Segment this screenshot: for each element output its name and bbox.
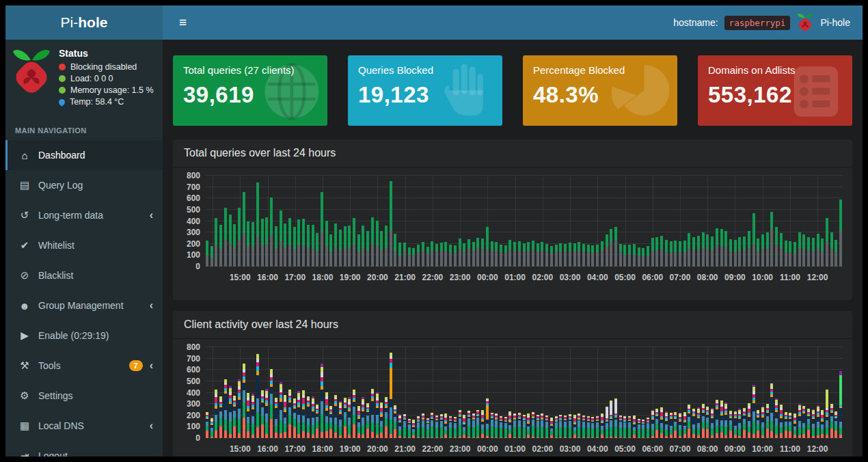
stacked-bar [385, 226, 388, 267]
stacked-bar [504, 417, 507, 438]
stacked-bar [344, 226, 347, 267]
stacked-bar [366, 231, 369, 267]
stacked-bar [329, 406, 332, 438]
stacked-bar [348, 226, 351, 267]
chevron-left-icon: ‹ [150, 420, 153, 432]
sidebar-item-dashboard[interactable]: ⌂Dashboard [5, 140, 163, 170]
gridline [206, 175, 843, 176]
stacked-bar [500, 416, 502, 438]
stacked-bar [444, 413, 447, 438]
stacked-bar [297, 391, 300, 438]
stacked-bar [798, 404, 801, 438]
sidebar-item-whitelist[interactable]: ✔Whitelist [5, 230, 163, 260]
x-tick-label: 02:00 [532, 444, 553, 454]
chevron-left-icon: ‹ [150, 209, 153, 221]
sidebar-item-group-management[interactable]: ☻Group Management‹ [5, 290, 163, 321]
stacked-bar [679, 413, 681, 438]
sidebar-item-query-log[interactable]: ▤Query Log [5, 170, 163, 200]
status-panel: Status Blocking disabledLoad: 0 0 0Memor… [5, 40, 163, 118]
stacked-bar [665, 411, 668, 438]
stacked-bar [280, 382, 282, 438]
stacked-bar [587, 245, 590, 267]
stacked-bar [642, 420, 645, 438]
stacked-bar [532, 412, 534, 438]
stacked-bar [692, 237, 695, 267]
stacked-bar [467, 411, 470, 438]
stacked-bar [316, 233, 318, 267]
y-tick-label: 700 [187, 182, 200, 192]
sidebar-item-tools[interactable]: ⚒Tools7‹ [5, 351, 163, 381]
sidebar-item-enable[interactable]: ▶Enable (0:29:19) [5, 321, 163, 351]
sidebar-item-long-term-data[interactable]: ↺Long-term data‹ [5, 200, 163, 230]
stacked-bar [697, 236, 700, 267]
card-percentage-blocked: Percentage Blocked48.3% [523, 55, 677, 126]
x-tick-label: 17:00 [284, 273, 306, 282]
sidebar-item-blacklist[interactable]: ⊘Blacklist [5, 260, 163, 290]
stacked-bar [265, 217, 268, 267]
stacked-bar [508, 411, 511, 438]
stacked-bar [523, 243, 526, 267]
hamburger-icon[interactable]: ≡ [175, 5, 191, 40]
gear-icon: ⚙ [17, 390, 32, 402]
total-queries-chart: 010020030040050060070080015:0016:0017:00… [182, 176, 843, 285]
stacked-bar [633, 244, 636, 267]
stacked-bar [265, 389, 268, 438]
wrench-icon: ⚒ [17, 359, 32, 372]
stacked-bar [229, 215, 232, 267]
stacked-bar [385, 397, 388, 438]
sidebar-item-local-dns[interactable]: ▦Local DNS‹ [5, 411, 163, 441]
stacked-bar [518, 413, 521, 438]
tools-count-badge: 7 [129, 360, 143, 371]
home-icon: ⌂ [17, 150, 32, 161]
file-icon: ▤ [17, 179, 32, 191]
y-tick-label: 0 [195, 433, 200, 443]
stacked-bar [366, 403, 369, 438]
stacked-bar [339, 230, 342, 267]
gridline [206, 392, 843, 393]
stacked-bar [472, 413, 475, 438]
stacked-bar [238, 208, 241, 267]
stacked-bar [761, 234, 764, 267]
x-axis: 15:0016:0017:0018:0019:0020:0021:0022:00… [206, 273, 843, 285]
card-title: Percentage Blocked [533, 64, 667, 76]
y-tick-label: 0 [195, 262, 200, 271]
stacked-bar [655, 409, 658, 438]
stacked-bar [734, 240, 737, 267]
sidebar-item-settings[interactable]: ⚙Settings [5, 381, 163, 411]
card-value: 48.3% [533, 82, 667, 108]
stacked-bar [766, 404, 769, 438]
x-tick-label: 22:00 [422, 273, 444, 282]
stacked-bar [256, 354, 259, 438]
stacked-bar [486, 227, 489, 267]
x-tick-label: 19:00 [340, 273, 361, 282]
stacked-bar [537, 415, 539, 438]
stacked-bar [711, 236, 714, 267]
sign-out-icon: ⇥ [17, 450, 32, 457]
stacked-bar [647, 418, 649, 438]
y-tick-label: 100 [187, 250, 200, 260]
stacked-bar [353, 390, 355, 438]
stacked-bar [623, 245, 626, 267]
stacked-bar [513, 242, 516, 267]
hostname-label: hostname: [673, 17, 718, 28]
stacked-bar [532, 241, 534, 267]
app-logo[interactable]: Pi-hole [5, 5, 163, 40]
gridline [206, 187, 843, 187]
stacked-bar [821, 239, 824, 267]
stacked-bar [422, 413, 424, 438]
stacked-bar [353, 218, 355, 267]
stacked-bar [325, 221, 328, 267]
status-dot [59, 87, 66, 94]
stacked-bar [826, 218, 828, 267]
stacked-bar [830, 404, 833, 438]
x-tick-label: 15:00 [230, 273, 251, 282]
stacked-bar [224, 208, 227, 267]
gridline [206, 381, 843, 381]
sidebar-item-logout[interactable]: ⇥Logout [5, 441, 163, 457]
stacked-bar [390, 353, 392, 438]
x-tick-label: 07:00 [670, 444, 691, 454]
hostname-value: raspberrypi [724, 16, 791, 30]
stacked-bar [334, 223, 337, 267]
stacked-bar [835, 240, 837, 267]
x-tick-label: 11:00 [780, 273, 800, 282]
